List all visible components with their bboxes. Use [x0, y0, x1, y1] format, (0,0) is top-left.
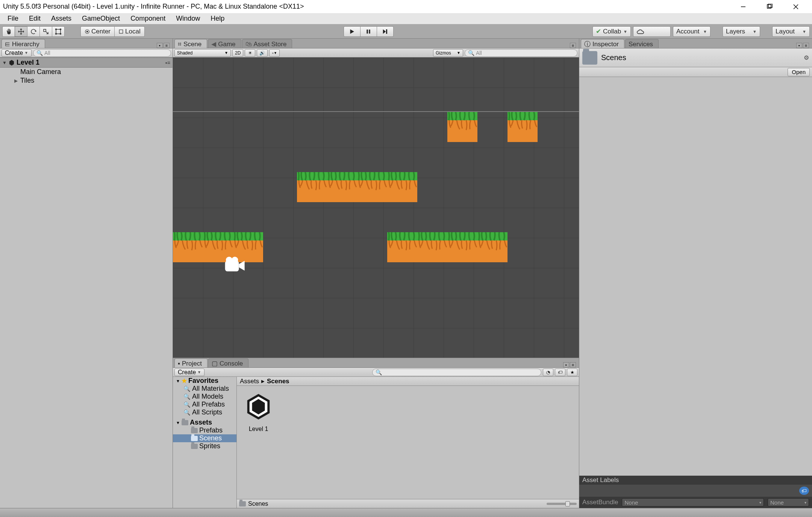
pause-button[interactable]	[360, 26, 377, 37]
search-save[interactable]: ★	[567, 369, 577, 376]
hierarchy-scene-header[interactable]: ▼ Level 1 ▪≡	[0, 57, 173, 68]
layers-button[interactable]: Layers▼	[723, 26, 760, 37]
menu-window[interactable]: Window	[171, 13, 205, 24]
breadcrumb-item[interactable]: Scenes	[267, 378, 289, 385]
folder-item[interactable]: Prefabs	[173, 426, 236, 434]
open-button[interactable]: Open	[788, 68, 810, 76]
maximize-button[interactable]	[756, 0, 783, 13]
step-button[interactable]	[377, 26, 394, 37]
scene-tile[interactable]	[357, 172, 387, 202]
space-toggle[interactable]: Local	[114, 26, 145, 37]
gizmos-dropdown[interactable]: Gizmos▼	[433, 49, 463, 57]
project-breadcrumb[interactable]: Assets ▸ Scenes	[237, 377, 579, 386]
scene-tile[interactable]	[447, 112, 477, 142]
menu-help[interactable]: Help	[205, 13, 230, 24]
favorite-item[interactable]: 🔍All Scripts	[173, 408, 236, 416]
tag-icon[interactable]: 🏷	[799, 487, 809, 495]
2d-toggle[interactable]: 2D	[232, 49, 243, 57]
menu-edit[interactable]: Edit	[24, 13, 46, 24]
tab-project[interactable]: ▪Project	[174, 358, 208, 367]
hierarchy-item[interactable]: ▶Tiles	[0, 76, 173, 85]
tab-hierarchy[interactable]: Hierarchy	[2, 39, 45, 48]
scene-menu-icon[interactable]: ▪≡	[165, 60, 170, 66]
panel-lock-icon[interactable]: ▪	[157, 43, 163, 48]
account-label: Account	[676, 28, 699, 35]
hierarchy-item[interactable]: Main Camera	[0, 68, 173, 76]
shading-dropdown[interactable]: Shaded▼	[174, 49, 231, 57]
favorite-item[interactable]: 🔍All Models	[173, 393, 236, 401]
tab-console[interactable]: ▢Console	[208, 358, 248, 367]
pivot-toggle[interactable]: Center	[80, 26, 115, 37]
gear-icon[interactable]: ⚙	[804, 54, 809, 61]
rotate-tool[interactable]	[27, 26, 40, 37]
scene-search[interactable]: 🔍All	[465, 49, 577, 57]
camera-gizmo[interactable]	[222, 255, 246, 275]
scene-tile[interactable]	[297, 172, 327, 202]
assetbundle-name-field[interactable]: None▾	[622, 498, 764, 506]
scene-tile[interactable]	[417, 232, 447, 262]
lighting-toggle[interactable]: ☀	[245, 49, 255, 57]
breadcrumb-item[interactable]: Assets	[240, 378, 259, 385]
scene-tile[interactable]	[447, 232, 477, 262]
panel-menu-icon[interactable]: ≡	[803, 43, 809, 48]
assetbundle-variant-field[interactable]: None▾	[768, 498, 809, 506]
svg-point-8	[60, 29, 61, 30]
search-filter-type[interactable]: 🏷	[555, 369, 565, 376]
icon-size-slider[interactable]	[547, 503, 577, 505]
panel-menu-icon[interactable]: ≡	[570, 362, 576, 367]
menu-assets[interactable]: Assets	[46, 13, 77, 24]
favorite-item[interactable]: 🔍All Materials	[173, 385, 236, 393]
collab-button[interactable]: ✔ Collab▼	[592, 26, 631, 37]
search-filter-object[interactable]: ◔	[543, 369, 553, 376]
move-tool[interactable]	[15, 26, 27, 37]
scene-tile[interactable]	[387, 172, 417, 202]
favorite-item[interactable]: 🔍All Prefabs	[173, 401, 236, 408]
asset-labels-header[interactable]: Asset Labels	[579, 476, 812, 485]
fx-dropdown[interactable]: ▫▼	[269, 49, 280, 57]
hierarchy-create-button[interactable]: Create▼	[2, 49, 32, 57]
project-tree[interactable]: ▼★Favorites 🔍All Materials 🔍All Models 🔍…	[173, 377, 237, 508]
menu-component[interactable]: Component	[125, 13, 171, 24]
scale-tool[interactable]	[39, 26, 52, 37]
tab-inspector[interactable]: ⓘInspector	[581, 39, 624, 48]
cloud-button[interactable]	[633, 26, 671, 37]
scene-tile[interactable]	[173, 232, 203, 262]
menu-gameobject[interactable]: GameObject	[77, 13, 125, 24]
hierarchy-search[interactable]: 🔍All	[33, 49, 171, 57]
scene-tile[interactable]	[508, 112, 538, 142]
asset-item[interactable]: Level 1	[241, 390, 276, 432]
panel-lock-icon[interactable]: ▪	[563, 362, 569, 367]
panel-menu-icon[interactable]: ≡	[164, 43, 170, 48]
asset-grid[interactable]: Level 1	[237, 386, 579, 499]
tab-services[interactable]: Services	[625, 39, 659, 48]
folder-label: Scenes	[199, 434, 222, 442]
folder-item[interactable]: Sprites	[173, 442, 236, 450]
inspector-object-name: Scenes	[601, 53, 800, 62]
audio-toggle[interactable]: 🔊	[257, 49, 268, 57]
folder-item[interactable]: Scenes	[173, 434, 236, 442]
hierarchy-tree[interactable]: ▼ Level 1 ▪≡ Main Camera ▶Tiles	[0, 57, 173, 508]
scene-view[interactable]	[173, 57, 579, 358]
menu-bar: File Edit Assets GameObject Component Wi…	[0, 13, 812, 24]
account-button[interactable]: Account▼	[673, 26, 710, 37]
rect-tool[interactable]	[52, 26, 65, 37]
tab-asset-store[interactable]: 🛍Asset Store	[242, 39, 292, 48]
favorites-header[interactable]: ▼★Favorites	[173, 377, 236, 385]
tab-scene[interactable]: ⌗Scene	[174, 39, 207, 48]
tab-game[interactable]: ◀Game	[208, 39, 241, 48]
layout-button[interactable]: Layout▼	[772, 26, 810, 37]
scene-tile[interactable]	[387, 232, 417, 262]
scene-tile[interactable]	[327, 172, 357, 202]
panel-menu-icon[interactable]: ≡	[570, 43, 576, 48]
minimize-button[interactable]	[730, 0, 756, 13]
close-button[interactable]	[783, 0, 809, 13]
project-search[interactable]: 🔍	[372, 369, 541, 376]
assets-header[interactable]: ▼Assets	[173, 419, 236, 426]
unity-logo-icon	[8, 59, 15, 66]
menu-file[interactable]: File	[2, 13, 24, 24]
scene-tile[interactable]	[477, 232, 508, 262]
panel-lock-icon[interactable]: ▪	[796, 43, 802, 48]
hand-tool[interactable]	[2, 26, 15, 37]
project-create-button[interactable]: Create▼	[174, 369, 205, 376]
play-button[interactable]	[344, 26, 361, 37]
